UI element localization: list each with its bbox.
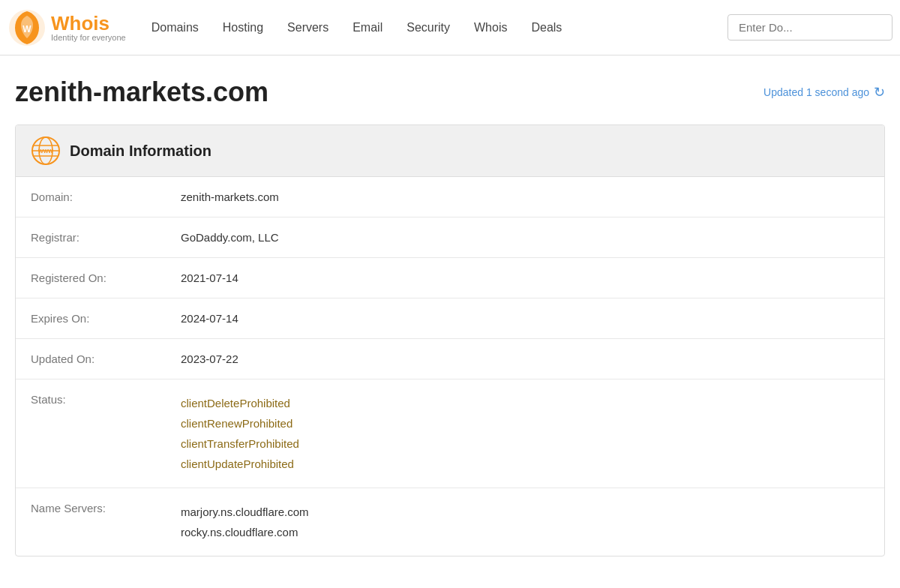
table-row: Registrar:GoDaddy.com, LLC bbox=[16, 218, 884, 258]
nav-link-deals[interactable]: Deals bbox=[520, 15, 572, 40]
nav-item-domains[interactable]: Domains bbox=[141, 15, 209, 40]
card-header: WWW Domain Information bbox=[16, 125, 884, 177]
table-row: Domain:zenith-markets.com bbox=[16, 177, 884, 218]
field-value: clientDeleteProhibitedclientRenewProhibi… bbox=[166, 380, 884, 488]
nav-link-security[interactable]: Security bbox=[396, 15, 460, 40]
table-row: Updated On:2023-07-22 bbox=[16, 339, 884, 380]
field-value: 2024-07-14 bbox=[166, 298, 884, 339]
field-value: zenith-markets.com bbox=[166, 177, 884, 218]
field-label: Domain: bbox=[16, 177, 166, 218]
logo-icon: W bbox=[8, 8, 46, 47]
field-value: marjory.ns.cloudflare.comrocky.ns.cloudf… bbox=[166, 488, 884, 556]
nav-item-servers[interactable]: Servers bbox=[277, 15, 339, 40]
table-row: Status:clientDeleteProhibitedclientRenew… bbox=[16, 380, 884, 488]
field-label: Name Servers: bbox=[16, 488, 166, 556]
list-item: clientDeleteProhibited bbox=[181, 393, 869, 413]
www-icon: WWW bbox=[31, 136, 61, 166]
domain-title: zenith-markets.com bbox=[15, 76, 268, 108]
table-row: Name Servers:marjory.ns.cloudflare.comro… bbox=[16, 488, 884, 556]
field-label: Expires On: bbox=[16, 298, 166, 339]
field-label: Updated On: bbox=[16, 339, 166, 380]
nav-item-email[interactable]: Email bbox=[342, 15, 393, 40]
table-row: Expires On:2024-07-14 bbox=[16, 298, 884, 339]
field-label: Registrar: bbox=[16, 218, 166, 258]
svg-text:W: W bbox=[22, 24, 32, 34]
nav-link-email[interactable]: Email bbox=[342, 15, 393, 40]
nav-item-whois[interactable]: Whois bbox=[464, 15, 518, 40]
card-header-title: Domain Information bbox=[70, 142, 212, 160]
nav-item-hosting[interactable]: Hosting bbox=[212, 15, 274, 40]
svg-text:WWW: WWW bbox=[38, 148, 53, 154]
info-table: Domain:zenith-markets.comRegistrar:GoDad… bbox=[16, 177, 884, 556]
nav-link-hosting[interactable]: Hosting bbox=[212, 15, 274, 40]
navbar: W Whois Identity for everyone DomainsHos… bbox=[0, 0, 900, 56]
main-content: zenith-markets.com Updated 1 second ago … bbox=[0, 56, 900, 578]
field-value: 2023-07-22 bbox=[166, 339, 884, 380]
list-item: clientTransferProhibited bbox=[181, 434, 869, 454]
field-label: Status: bbox=[16, 380, 166, 488]
nav-item-security[interactable]: Security bbox=[396, 15, 460, 40]
logo-tagline-text: Identity for everyone bbox=[51, 33, 126, 42]
nav-links: DomainsHostingServersEmailSecurityWhoisD… bbox=[141, 15, 728, 40]
domain-header: zenith-markets.com Updated 1 second ago … bbox=[15, 76, 885, 108]
search-input[interactable] bbox=[728, 14, 892, 40]
field-label: Registered On: bbox=[16, 258, 166, 298]
nav-link-domains[interactable]: Domains bbox=[141, 15, 209, 40]
logo-whois-text: Whois bbox=[51, 14, 126, 33]
list-item: rocky.ns.cloudflare.com bbox=[181, 522, 869, 542]
field-value: GoDaddy.com, LLC bbox=[166, 218, 884, 258]
list-item: clientUpdateProhibited bbox=[181, 454, 869, 474]
field-value: 2021-07-14 bbox=[166, 258, 884, 298]
updated-text: Updated 1 second ago bbox=[764, 86, 869, 98]
nav-item-deals[interactable]: Deals bbox=[520, 15, 572, 40]
nav-link-servers[interactable]: Servers bbox=[277, 15, 339, 40]
list-item: marjory.ns.cloudflare.com bbox=[181, 502, 869, 522]
refresh-icon[interactable]: ↻ bbox=[874, 84, 885, 100]
table-row: Registered On:2021-07-14 bbox=[16, 258, 884, 298]
domain-info-card: WWW Domain Information Domain:zenith-mar… bbox=[15, 124, 885, 556]
updated-info: Updated 1 second ago ↻ bbox=[764, 84, 885, 100]
logo-link[interactable]: W Whois Identity for everyone bbox=[8, 8, 126, 47]
list-item: clientRenewProhibited bbox=[181, 413, 869, 434]
nav-link-whois[interactable]: Whois bbox=[464, 15, 518, 40]
